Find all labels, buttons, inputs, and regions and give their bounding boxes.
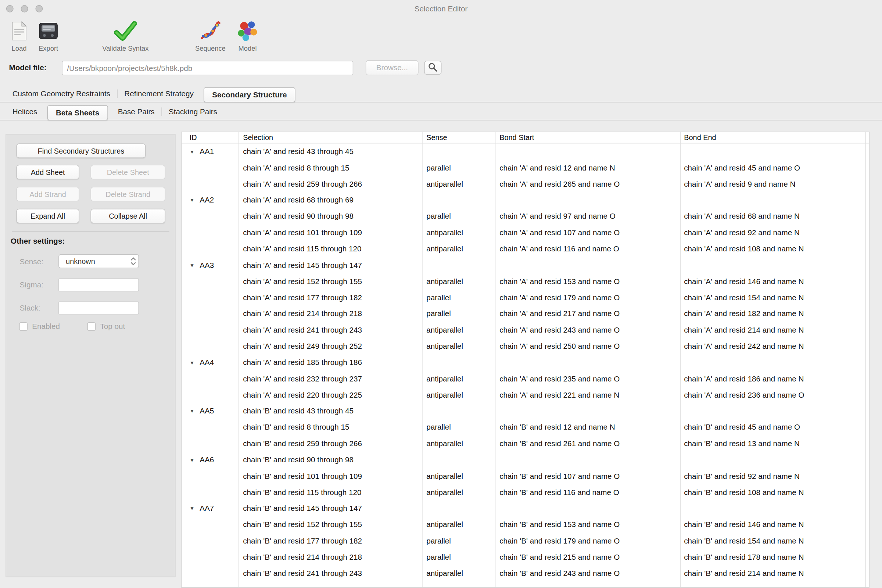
table-row[interactable]: chain 'B' and resid 152 through 155antip… [182,517,869,533]
cell-sense: antiparallel [422,488,495,496]
table-row[interactable]: chain 'B' and resid 8 through 15parallel… [182,419,869,435]
tab-custom-geometry-restraints[interactable]: Custom Geometry Restraints [6,86,117,102]
subtab-stacking-pairs[interactable]: Stacking Pairs [162,104,224,120]
subtab-beta-sheets[interactable]: Beta Sheets [47,105,108,120]
sense-dropdown[interactable]: unknown [58,254,139,268]
cell-selection: chain 'B' and resid 115 through 120 [238,488,423,496]
load-button[interactable]: Load [6,18,32,52]
table-row[interactable]: ▼AA2chain 'A' and resid 68 through 69 [182,192,869,208]
table-row[interactable]: chain 'B' and resid 101 through 109antip… [182,468,869,484]
table-row[interactable]: chain 'A' and resid 8 through 15parallel… [182,159,869,176]
model-button[interactable]: Model [232,18,264,52]
minimize-button[interactable] [21,5,28,12]
collapse-all-button[interactable]: Collapse All [90,209,165,224]
disclosure-triangle-icon[interactable]: ▼ [190,409,195,414]
table-row[interactable]: chain 'A' and resid 90 through 98paralle… [182,208,869,225]
table-row[interactable]: chain 'B' and resid 259 through 266antip… [182,435,869,452]
secondary-structure-subtabs: Helices Beta Sheets Base Pairs Stacking … [0,102,882,120]
disclosure-triangle-icon[interactable]: ▼ [190,457,195,463]
stepper-chevrons-icon[interactable] [128,256,138,266]
subtab-base-pairs[interactable]: Base Pairs [111,104,161,120]
cell-selection: chain 'A' and resid 8 through 15 [238,164,423,172]
cell-sense: parallel [422,309,495,318]
tab-secondary-structure[interactable]: Secondary Structure [204,87,295,102]
subtab-helices[interactable]: Helices [6,104,44,120]
export-button[interactable]: Export [33,18,64,52]
disk-icon [38,18,59,44]
cell-bond-start: chain 'A' and resid 221 and name N [495,391,680,399]
table-row[interactable]: chain 'A' and resid 232 through 237antip… [182,370,869,387]
cell-bond-end: chain 'B' and resid 92 and name N [680,472,866,480]
cell-id: ▼AA2 [182,196,238,204]
find-secondary-structures-button[interactable]: Find Secondary Structures [16,143,146,158]
column-header-id[interactable]: ID [182,132,238,143]
validate-syntax-button[interactable]: Validate Syntax [94,18,156,52]
enabled-checkbox[interactable] [19,322,28,331]
model-file-input[interactable] [62,61,353,75]
top-out-checkbox[interactable] [87,322,96,331]
cell-selection: chain 'A' and resid 115 through 120 [238,245,423,253]
cell-sense: antiparallel [422,472,495,480]
disclosure-triangle-icon[interactable]: ▼ [190,506,195,512]
disclosure-triangle-icon[interactable]: ▼ [190,360,195,365]
cell-selection: chain 'A' and resid 220 through 225 [238,391,423,399]
table-row[interactable]: chain 'B' and resid 214 through 218paral… [182,549,869,565]
column-header-selection[interactable]: Selection [238,132,423,143]
table-row[interactable]: ▼AA5chain 'B' and resid 43 through 45 [182,403,869,419]
delete-strand-button[interactable]: Delete Strand [90,187,165,201]
table-row[interactable]: chain 'B' and resid 177 through 182paral… [182,533,869,549]
cell-selection: chain 'A' and resid 241 through 243 [238,326,423,334]
search-button[interactable] [424,61,441,75]
column-header-bond-end[interactable]: Bond End [680,132,866,143]
column-header-sense[interactable]: Sense [422,132,495,143]
table-row[interactable]: chain 'A' and resid 177 through 182paral… [182,290,869,306]
delete-sheet-button[interactable]: Delete Sheet [90,165,165,179]
row-id: AA5 [200,407,214,415]
table-row[interactable]: chain 'A' and resid 249 through 252antip… [182,338,869,354]
table-row[interactable]: chain 'A' and resid 214 through 218paral… [182,306,869,322]
tab-refinement-strategy[interactable]: Refinement Strategy [118,86,200,102]
main-tabs: Custom Geometry Restraints Refinement St… [0,84,882,102]
close-button[interactable] [6,5,14,12]
zoom-button[interactable] [35,5,43,12]
table-row[interactable]: ▼AA1chain 'A' and resid 43 through 45 [182,143,869,159]
cell-bond-start: chain 'A' and resid 235 and name O [495,375,680,383]
slack-input[interactable] [58,302,139,314]
table-row[interactable]: ▼AA7chain 'B' and resid 145 through 147 [182,501,869,517]
add-strand-button[interactable]: Add Strand [16,187,79,201]
model-file-row: Model file: Browse... [0,57,882,84]
table-row[interactable]: ▼AA6chain 'B' and resid 90 through 98 [182,452,869,468]
sequence-button[interactable]: Sequence [191,18,230,52]
cell-selection: chain 'B' and resid 214 through 218 [238,553,423,561]
cell-sense: antiparallel [422,520,495,529]
sigma-input[interactable] [58,279,139,291]
disclosure-triangle-icon[interactable]: ▼ [190,149,195,154]
table-row[interactable]: chain 'B' and resid 241 through 243antip… [182,565,869,581]
cell-bond-end: chain 'B' and resid 214 and name N [680,569,866,578]
table-row[interactable]: chain 'A' and resid 241 through 243antip… [182,322,869,338]
table-row[interactable]: chain 'A' and resid 152 through 155antip… [182,273,869,289]
disclosure-triangle-icon[interactable]: ▼ [190,198,195,203]
table-row[interactable]: chain 'B' and resid 115 through 120antip… [182,484,869,500]
expand-all-button[interactable]: Expand All [16,209,79,224]
browse-button[interactable]: Browse... [366,60,418,75]
toolbar-item-label: Load [12,45,27,52]
column-header-bond-start[interactable]: Bond Start [495,132,680,143]
cell-bond-start: chain 'B' and resid 153 and name O [495,520,680,529]
disclosure-triangle-icon[interactable]: ▼ [190,263,195,268]
top-out-label: Top out [100,322,125,331]
checkbox-row: Enabled Top out [6,322,175,332]
table-row[interactable]: chain 'A' and resid 101 through 109antip… [182,225,869,241]
table-row[interactable]: chain 'A' and resid 259 through 266antip… [182,176,869,192]
table-row[interactable]: chain 'A' and resid 220 through 225antip… [182,387,869,403]
cell-bond-end: chain 'B' and resid 108 and name N [680,488,866,496]
table-row[interactable]: ▼AA4chain 'A' and resid 185 through 186 [182,354,869,370]
other-settings-label: Other settings: [10,237,64,245]
table-row[interactable]: ▼AA3chain 'A' and resid 145 through 147 [182,257,869,273]
table-row[interactable]: chain 'A' and resid 115 through 120antip… [182,241,869,257]
cell-sense: antiparallel [422,229,495,237]
app-window: Selection Editor Load Export Validate Sy… [0,0,882,588]
cell-bond-start: chain 'A' and resid 250 and name O [495,342,680,351]
cell-bond-start: chain 'A' and resid 107 and name O [495,229,680,237]
add-sheet-button[interactable]: Add Sheet [16,165,79,179]
